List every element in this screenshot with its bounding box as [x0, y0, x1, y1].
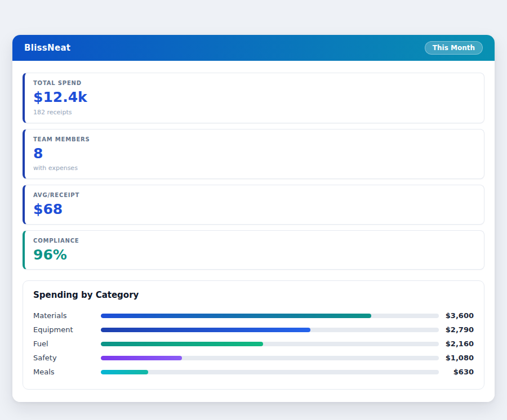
category-value: $630 [439, 368, 474, 376]
category-label: Meals [33, 368, 101, 376]
category-value: $1,080 [439, 354, 474, 362]
stat-card-avg-receipt: AVG/RECEIPT $68 [23, 185, 484, 225]
bar-track [101, 356, 439, 360]
stat-value: 8 [33, 146, 475, 162]
stat-value: $12.4k [33, 90, 475, 105]
chart-title: Spending by Category [33, 290, 474, 300]
bar-fill-safety [101, 356, 182, 360]
period-badge[interactable]: This Month [425, 41, 483, 55]
bar-fill-fuel [101, 342, 263, 346]
bar-track [101, 314, 439, 318]
stat-label: TOTAL SPEND [33, 80, 475, 86]
chart-row-meals: Meals $630 [33, 365, 474, 379]
stat-sub: with expenses [33, 164, 475, 172]
spending-by-category-card: Spending by Category Materials $3,600 Eq… [23, 280, 484, 390]
category-label: Equipment [33, 325, 101, 334]
dashboard-body: TOTAL SPEND $12.4k 182 receipts TEAM MEM… [12, 61, 495, 402]
dashboard-card: BlissNeat This Month TOTAL SPEND $12.4k … [12, 35, 495, 402]
category-value: $2,160 [439, 339, 474, 348]
category-label: Materials [33, 311, 101, 320]
stat-card-team-members: TEAM MEMBERS 8 with expenses [23, 129, 484, 180]
stat-value: 96% [33, 247, 475, 263]
bar-track [101, 328, 439, 332]
chart-row-fuel: Fuel $2,160 [33, 337, 474, 351]
category-value: $2,790 [439, 325, 474, 334]
stat-card-total-spend: TOTAL SPEND $12.4k 182 receipts [23, 73, 484, 123]
chart-row-safety: Safety $1,080 [33, 351, 474, 365]
chart-row-equipment: Equipment $2,790 [33, 323, 474, 337]
stat-label: TEAM MEMBERS [33, 136, 475, 142]
bar-fill-equipment [101, 328, 310, 332]
stat-value: $68 [33, 202, 475, 217]
chart-row-materials: Materials $3,600 [33, 309, 474, 323]
stat-label: AVG/RECEIPT [33, 192, 475, 198]
app-title: BlissNeat [24, 43, 70, 53]
category-label: Fuel [33, 339, 101, 348]
stat-card-compliance: COMPLIANCE 96% [23, 230, 484, 270]
bar-fill-meals [101, 370, 148, 374]
bar-track [101, 370, 439, 374]
stat-label: COMPLIANCE [33, 238, 475, 244]
category-value: $3,600 [439, 311, 474, 320]
bar-fill-materials [101, 314, 371, 318]
bar-track [101, 342, 439, 346]
stat-sub: 182 receipts [33, 109, 475, 116]
app-header: BlissNeat This Month [12, 35, 495, 61]
category-label: Safety [33, 354, 101, 362]
